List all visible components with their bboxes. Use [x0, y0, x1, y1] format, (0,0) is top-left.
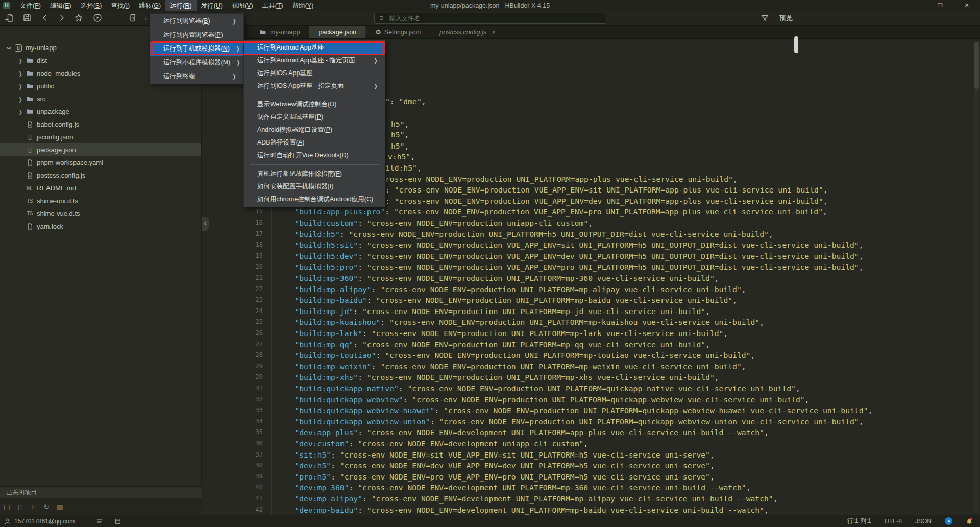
code-line-35[interactable]: 35 "dev:app-plus": "cross-env NODE_ENV=d…	[202, 427, 980, 438]
tree-item-babel.config.js[interactable]: Jbabel.config.js	[0, 118, 201, 131]
account-item[interactable]: 1577017861@qq.com	[4, 518, 75, 525]
code-line-19[interactable]: 19 "build:h5:dev": "cross-env NODE_ENV=p…	[202, 251, 980, 262]
code-line-21[interactable]: 21 "build:mp-360": "cross-env NODE_ENV=p…	[202, 273, 980, 284]
code-line-30[interactable]: 30 "build:mp-xhs": "cross-env NODE_ENV=p…	[202, 372, 980, 383]
code-line-38[interactable]: 38 "dev:h5": "cross-env NODE_ENV=dev VUE…	[202, 460, 980, 471]
menu-item-显示Webview调试控制台[interactable]: 显示Webview调试控制台(D)	[244, 98, 385, 111]
filter-icon[interactable]	[761, 14, 769, 22]
code-line-17[interactable]: 17 "build:h5": "cross-env NODE_ENV=produ…	[202, 229, 980, 240]
menu-item-运行到iOS App基座[interactable]: 运行到iOS App基座	[244, 67, 385, 80]
scrollbar-thumb[interactable]	[794, 36, 798, 53]
device-icon[interactable]: u	[128, 13, 138, 23]
menubar-item-S[interactable]: 选择(S)	[76, 0, 107, 11]
code-line-16[interactable]: 16 "build:custom": "cross-env NODE_ENV=p…	[202, 218, 980, 229]
tab-postcss.config.js[interactable]: postcss.config.js×	[430, 26, 505, 38]
preview-button[interactable]: 预览	[779, 14, 793, 23]
menubar-item-Y[interactable]: 帮助(Y)	[288, 0, 318, 11]
minimize-button[interactable]: —	[900, 0, 927, 11]
device-icon[interactable]: ▯	[13, 502, 27, 511]
forward-icon[interactable]	[57, 13, 67, 23]
layout-icon[interactable]	[114, 518, 121, 525]
outline-icon[interactable]	[96, 518, 103, 525]
menu-item-运行时自动打开Vue Devtools[interactable]: 运行时自动打开Vue Devtools(D)	[244, 149, 385, 162]
code-line-20[interactable]: 20 "build:h5:pro": "cross-env NODE_ENV=p…	[202, 261, 980, 273]
tree-item-jsconfig.json[interactable]: [ ]jsconfig.json	[0, 131, 201, 143]
menu-item-如何用chrome控制台调试Android应用[interactable]: 如何用chrome控制台调试Android应用(C)	[244, 193, 385, 206]
tree-item-pnpm-workspace.yaml[interactable]: pnpm-workspace.yaml	[0, 156, 201, 169]
code-line-34[interactable]: 34 "build:quickapp-webview-union": "cros…	[202, 416, 980, 427]
close-button[interactable]: ✕	[953, 0, 980, 11]
refresh-icon[interactable]: ↻	[40, 502, 53, 511]
tree-item-shime-vue.d.ts[interactable]: TSshime-vue.d.ts	[0, 207, 201, 220]
code-line-31[interactable]: 31 "build:quickapp-native": "cross-env N…	[202, 383, 980, 394]
editor-scrollbar-thumb[interactable]	[974, 42, 979, 89]
tree-item-unpackage[interactable]: ❯unpackage	[0, 105, 201, 118]
code-line-29[interactable]: 29 "build:mp-weixin": "cross-env NODE_EN…	[202, 361, 980, 372]
maximize-button[interactable]: ❐	[927, 0, 953, 11]
code-line-33[interactable]: 33 "build:quickapp-webview-huawei": "cro…	[202, 405, 980, 416]
closed-projects-header[interactable]: 已关闭项目	[0, 486, 202, 498]
menu-item-运行到小程序模拟器[interactable]: 运行到小程序模拟器(M)❯	[150, 56, 243, 69]
code-line-27[interactable]: 27 "build:mp-qq": "cross-env NODE_ENV=pr…	[202, 339, 980, 350]
toolbar-overflow-icon[interactable]: ›	[145, 15, 147, 22]
tree-item-README.md[interactable]: M↓README.md	[0, 182, 201, 195]
code-line-37[interactable]: 37 "sit:h5": "cross-env NODE_ENV=sit VUE…	[202, 449, 980, 461]
tab-Settings.json[interactable]: ⚙Settings.json	[366, 26, 430, 38]
code-line-40[interactable]: 40 "dev:mp-360": "cross-env NODE_ENV=dev…	[202, 482, 980, 493]
star-icon[interactable]	[74, 13, 84, 23]
menubar-item-R[interactable]: 运行(R)	[165, 0, 196, 11]
menubar-item-U[interactable]: 发行(U)	[197, 0, 227, 11]
code-line-15[interactable]: 15 "build:app-plus:pro": "cross-env NODE…	[202, 206, 980, 218]
menu-item-制作自定义调试基座[interactable]: 制作自定义调试基座(P)	[244, 111, 385, 124]
sidebar-collapse-handle[interactable]: ‹	[202, 217, 209, 231]
code-line-39[interactable]: 39 "pro:h5": "cross-env NODE_ENV=pro VUE…	[202, 471, 980, 483]
bell-icon[interactable]	[966, 518, 973, 525]
back-icon[interactable]	[40, 13, 51, 23]
code-line-18[interactable]: 18 "build:h5:sit": "cross-env NODE_ENV=p…	[202, 239, 980, 251]
tree-item-yarn.lock[interactable]: yarn.lock	[0, 220, 201, 233]
assistant-icon[interactable]	[945, 517, 952, 525]
menubar-item-T[interactable]: 工具(T)	[258, 0, 288, 11]
tree-item-package.json[interactable]: [ ]package.json	[0, 143, 201, 156]
code-line-41[interactable]: 41 "dev:mp-alipay": "cross-env NODE_ENV=…	[202, 493, 980, 505]
encoding-indicator[interactable]: UTF-8	[885, 518, 902, 525]
tree-item-src[interactable]: ❯src	[0, 92, 201, 105]
menu-item-运行到浏览器[interactable]: 运行到浏览器(B)❯	[150, 14, 243, 28]
code-line-42[interactable]: 42 "dev:mp-baidu": "cross-env NODE_ENV=d…	[202, 505, 980, 515]
menu-item-真机运行常见故障排除指南[interactable]: 真机运行常见故障排除指南(F)	[244, 167, 385, 180]
menu-item-运行到内置浏览器[interactable]: 运行到内置浏览器(P)	[150, 28, 243, 42]
code-line-24[interactable]: 24 "build:mp-jd": "cross-env NODE_ENV=pr…	[202, 306, 980, 317]
menubar-item-E[interactable]: 编辑(E)	[45, 0, 76, 11]
console-icon[interactable]: ⌗	[27, 502, 40, 511]
menu-item-运行到Android App基座 - 指定页面[interactable]: 运行到Android App基座 - 指定页面❯	[244, 54, 385, 67]
code-line-36[interactable]: 36 "dev:custom": "cross-env NODE_ENV=dev…	[202, 438, 980, 449]
menu-item-ADB路径设置[interactable]: ADB路径设置(A)	[244, 136, 385, 149]
editor-scrollbar-track[interactable]	[974, 41, 979, 513]
run-icon[interactable]	[93, 13, 103, 23]
tab-my-uniapp[interactable]: my-uniapp	[250, 26, 309, 38]
menu-item-运行到终端[interactable]: 运行到终端❯	[150, 69, 243, 83]
menu-item-如何安装配置手机模拟器[interactable]: 如何安装配置手机模拟器(I)	[244, 180, 385, 193]
menu-item-Android模拟器端口设置[interactable]: Android模拟器端口设置(P)	[244, 124, 385, 136]
files-icon[interactable]: ▤	[0, 502, 13, 511]
tree-item-shime-uni.d.ts[interactable]: TSshime-uni.d.ts	[0, 195, 201, 207]
language-mode[interactable]: JSON	[915, 518, 932, 525]
menu-item-运行到iOS App基座 - 指定页面[interactable]: 运行到iOS App基座 - 指定页面❯	[244, 80, 385, 92]
code-line-22[interactable]: 22 "build:mp-alipay": "cross-env NODE_EN…	[202, 284, 980, 295]
menubar-item-F[interactable]: 文件(F)	[15, 0, 45, 11]
code-line-26[interactable]: 26 "build:mp-lark": "cross-env NODE_ENV=…	[202, 328, 980, 339]
tab-package.json[interactable]: package.json	[309, 26, 366, 38]
grid-icon[interactable]: ▦	[53, 502, 66, 511]
search-input[interactable]: 输入文件名	[374, 13, 606, 24]
menubar-item-G[interactable]: 跳转(G)	[134, 0, 165, 11]
close-icon[interactable]: ×	[492, 28, 496, 36]
menubar-item-I[interactable]: 查找(I)	[106, 0, 134, 11]
code-line-23[interactable]: 23 "build:mp-baidu": "cross-env NODE_ENV…	[202, 295, 980, 306]
code-line-32[interactable]: 32 "build:quickapp-webview": "cross-env …	[202, 394, 980, 405]
save-icon[interactable]	[22, 13, 33, 23]
menubar-item-V[interactable]: 视图(V)	[227, 0, 258, 11]
tree-item-postcss.config.js[interactable]: Jpostcss.config.js	[0, 169, 201, 182]
code-line-28[interactable]: 28 "build:mp-toutiao": "cross-env NODE_E…	[202, 350, 980, 361]
new-file-icon[interactable]	[5, 13, 15, 23]
cursor-position[interactable]: 行:1 列:1	[847, 517, 871, 525]
